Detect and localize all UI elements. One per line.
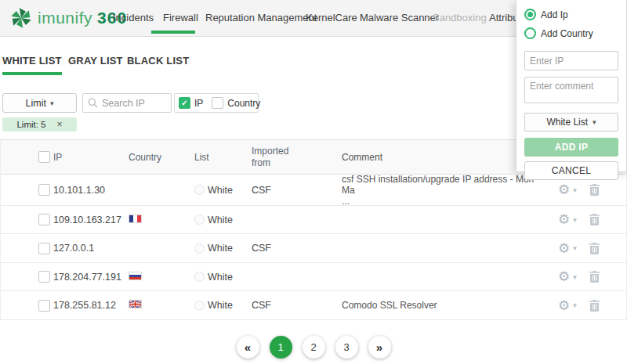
radio-unselected-icon[interactable]	[524, 27, 536, 39]
comment-cell: csf SSH installation/upgrade IP address …	[342, 174, 536, 207]
add-ip-option[interactable]: Add Ip	[524, 9, 618, 20]
pagination-page-2[interactable]: 2	[303, 336, 325, 359]
ip-filter-label: IP	[194, 98, 203, 109]
pagination: « 1 2 3 »	[0, 336, 627, 359]
list-cell: White	[194, 272, 252, 283]
pagination-prev-button[interactable]: «	[237, 336, 259, 359]
gear-icon[interactable]: ⚙	[558, 299, 570, 312]
country-cell	[129, 300, 194, 311]
list-cell-label: White	[208, 185, 233, 196]
remove-limit-tag-icon[interactable]: ×	[57, 119, 63, 130]
comment-line: ...	[342, 196, 536, 207]
trash-icon[interactable]	[589, 300, 600, 312]
list-cell: White	[194, 300, 252, 311]
country-filter-label: Country	[227, 98, 260, 109]
radio-selected-icon[interactable]	[524, 9, 536, 20]
table-row: 178.204.77.191 White ⚙ ▾	[1, 263, 626, 291]
nav-item-reputation-management[interactable]: Reputation Management	[205, 0, 317, 36]
chevron-down-icon[interactable]: ▾	[573, 186, 577, 194]
gear-icon[interactable]: ⚙	[558, 213, 570, 226]
country-cell	[129, 272, 194, 283]
list-cell-label: White	[208, 272, 233, 283]
comment-line: csf SSH installation/upgrade IP address …	[342, 174, 536, 196]
column-header-ip[interactable]: IP	[53, 152, 129, 163]
column-header-country[interactable]: Country	[129, 152, 194, 163]
list-cell-label: White	[208, 300, 233, 311]
uk-flag-icon	[129, 300, 142, 308]
gear-icon[interactable]: ⚙	[558, 242, 570, 255]
list-radio-icon	[194, 185, 205, 195]
add-country-option-label: Add Country	[541, 28, 593, 39]
russia-flag-icon	[129, 272, 142, 280]
list-type-select[interactable]: White List ▾	[524, 113, 618, 132]
pagination-page-1[interactable]: 1	[270, 336, 292, 359]
search-input[interactable]	[102, 98, 163, 109]
add-country-option[interactable]: Add Country	[524, 27, 618, 39]
add-ip-popup: Add Ip Add Country White List ▾ ADD IP C…	[516, 0, 627, 172]
ip-cell: 109.10.163.217	[53, 214, 129, 225]
ip-filter-checkbox[interactable]: ✓	[179, 97, 190, 109]
row-actions: ⚙ ▾	[536, 299, 626, 312]
chevron-down-icon: ▾	[593, 118, 596, 126]
row-checkbox[interactable]	[38, 300, 50, 312]
chevron-down-icon[interactable]: ▾	[573, 301, 577, 309]
pagination-next-button[interactable]: »	[368, 336, 391, 359]
chevron-down-icon[interactable]: ▾	[573, 216, 577, 224]
cancel-button[interactable]: CANCEL	[524, 161, 618, 180]
list-cell: White	[194, 243, 252, 254]
chevron-down-icon[interactable]: ▾	[573, 244, 577, 252]
column-header-comment[interactable]: Comment	[342, 152, 536, 163]
trash-icon[interactable]	[589, 214, 600, 225]
list-type-select-label: White List	[546, 117, 588, 128]
gear-icon[interactable]: ⚙	[558, 183, 570, 196]
add-ip-submit-button[interactable]: ADD IP	[524, 138, 618, 157]
table-row: 109.10.163.217 White ⚙ ▾	[1, 206, 626, 234]
nav-item-kernelcare[interactable]: KernelCare	[306, 0, 357, 36]
trash-icon[interactable]	[589, 271, 600, 283]
column-header-imported-from[interactable]: Imported from	[252, 146, 297, 169]
comment-cell: Comodo SSL Resolver	[342, 300, 536, 311]
row-checkbox[interactable]	[38, 214, 50, 225]
nav-item-sandboxing[interactable]: Sandboxing	[433, 0, 487, 36]
nav-item-incidents[interactable]: Incidents	[113, 0, 154, 36]
imported-from-cell: CSF	[252, 300, 342, 311]
list-radio-icon	[194, 243, 205, 254]
brand-logo: imunify360	[9, 6, 127, 30]
select-all-checkbox[interactable]	[38, 151, 50, 163]
list-cell: White	[194, 214, 252, 225]
limit-tag-label: Limit: 5	[16, 120, 45, 129]
pagination-page-3[interactable]: 3	[335, 336, 358, 359]
ip-cell: 178.255.81.12	[53, 300, 129, 311]
imported-from-cell: CSF	[252, 185, 342, 196]
france-flag-icon	[129, 214, 142, 223]
ip-cell: 127.0.0.1	[53, 243, 129, 254]
search-icon	[88, 98, 98, 108]
row-actions: ⚙ ▾	[536, 242, 626, 255]
row-actions: ⚙ ▾	[536, 183, 626, 196]
tab-white-list[interactable]: WHITE LIST	[2, 55, 62, 75]
row-checkbox[interactable]	[38, 243, 50, 254]
list-radio-icon	[194, 272, 205, 282]
add-ip-option-label: Add Ip	[541, 9, 568, 20]
list-cell-label: White	[208, 243, 233, 254]
tab-black-list[interactable]: BLACK LIST	[127, 55, 189, 72]
list-cell-label: White	[208, 214, 233, 225]
limit-filter-tag: Limit: 5 ×	[2, 117, 77, 132]
tab-gray-list[interactable]: GRAY LIST	[68, 55, 123, 72]
trash-icon[interactable]	[589, 184, 600, 196]
search-filter-group: ✓ IP Country	[174, 93, 259, 113]
country-filter-checkbox[interactable]	[212, 97, 223, 109]
enter-comment-field[interactable]	[524, 77, 618, 103]
column-header-list[interactable]: List	[194, 152, 252, 163]
trash-icon[interactable]	[589, 243, 600, 254]
search-box	[82, 93, 172, 113]
gear-icon[interactable]: ⚙	[558, 270, 570, 283]
chevron-down-icon[interactable]: ▾	[573, 273, 577, 281]
row-checkbox[interactable]	[38, 184, 50, 196]
limit-dropdown-button[interactable]: Limit ▾	[2, 93, 77, 113]
nav-item-malware-scanner[interactable]: Malware Scanner	[360, 0, 439, 36]
enter-ip-field[interactable]	[524, 51, 618, 70]
table-row: 178.255.81.12 White CSF Comodo SSL Resol…	[1, 291, 626, 320]
row-actions: ⚙ ▾	[536, 270, 626, 283]
row-checkbox[interactable]	[38, 271, 50, 283]
